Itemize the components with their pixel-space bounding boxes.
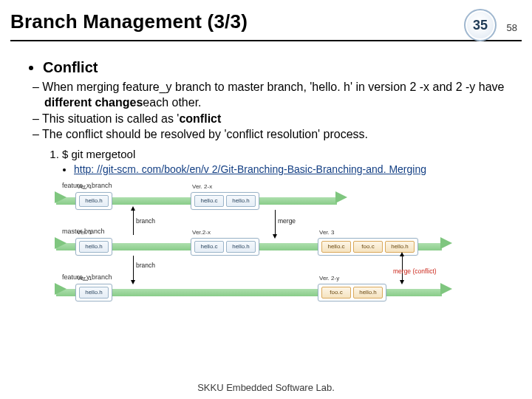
bullet-2-b: conflict <box>179 112 221 125</box>
label-branch-1: branch <box>136 217 155 225</box>
file-fooc: foo.c <box>321 287 351 299</box>
label-branch-2: branch <box>136 262 155 270</box>
ver-1-fx: Ver. 1 <box>77 183 92 191</box>
file-fooc: foo.c <box>353 241 383 253</box>
file-helloc: hello.c <box>321 241 351 253</box>
label-merge: merge <box>278 217 296 225</box>
ver-2x-master: Ver.2-x <box>192 229 211 236</box>
bullet-1: When merging feature_y branch to master … <box>44 80 514 111</box>
bullet-1-a: When merging feature_y branch to master … <box>42 81 504 93</box>
file-helloh: hello.h <box>385 241 415 253</box>
ver-3-master: Ver. 3 <box>319 229 334 236</box>
ver-2y-fy: Ver. 2-y <box>319 275 339 282</box>
bullet-1-c: each other. <box>143 96 201 109</box>
title-rule <box>10 40 522 41</box>
step-1: $ git mergetool <box>62 147 514 162</box>
file-helloh: hello.h <box>353 287 383 299</box>
section-heading: Conflict <box>43 58 514 77</box>
link-bullet: http: //git-scm. com/book/en/v 2/Git-Bra… <box>74 163 514 176</box>
arrow-branch-fy <box>133 256 134 281</box>
bullet-2: This situation is called as 'conflict <box>44 112 514 127</box>
bullet-1-b: different changes <box>44 96 143 109</box>
file-helloc: hello.c <box>194 241 224 253</box>
slide-number-badge: 35 <box>464 9 497 41</box>
file-helloh: hello.h <box>226 241 256 253</box>
slide-title: Branch Management (3/3) <box>10 10 522 33</box>
ver-1-fy: Ver. 1 <box>77 275 92 282</box>
file-helloh: hello.h <box>226 195 256 207</box>
arrow-branch-fx <box>133 210 134 235</box>
bullet-3: The conflict should be resolved by 'conf… <box>44 127 514 143</box>
footer-text: SKKU Embedded Software Lab. <box>0 382 532 393</box>
label-merge-conflict: merge (conflict) <box>393 267 437 276</box>
ver-2x-fx: Ver. 2-x <box>192 183 212 191</box>
file-helloh: hello.h <box>79 287 109 299</box>
file-helloh: hello.h <box>79 195 109 207</box>
ver-1-master: Ver. 1 <box>77 229 92 236</box>
bullet-2-a: This situation is called as ' <box>42 112 179 125</box>
file-helloc: hello.c <box>194 195 224 207</box>
slide-total-label: 58 <box>507 22 517 33</box>
branch-diagram: feature_x branch hello.h Ver. 1 hello.c … <box>62 185 439 315</box>
arrow-merge-fx <box>275 210 276 235</box>
reference-link[interactable]: http: //git-scm. com/book/en/v 2/Git-Bra… <box>74 163 426 175</box>
file-helloh: hello.h <box>79 241 109 253</box>
